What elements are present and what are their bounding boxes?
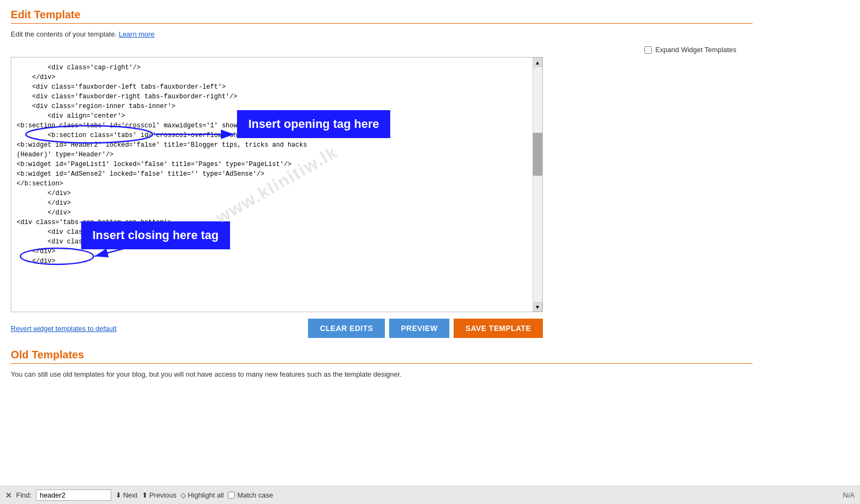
save-template-button[interactable]: SAVE TEMPLATE — [454, 319, 543, 338]
old-templates-text: You can still use old templates for your… — [11, 370, 752, 378]
expand-widget-checkbox[interactable] — [644, 46, 652, 54]
subtitle-text: Edit the contents of your template. — [11, 30, 117, 38]
learn-more-link[interactable]: Learn more — [119, 30, 154, 38]
callout-closing: Insert closing here tag — [81, 221, 230, 249]
template-editor[interactable] — [11, 57, 542, 312]
clear-edits-button[interactable]: CLEAR EDITS — [308, 319, 385, 338]
subtitle: Edit the contents of your template. Lear… — [11, 30, 752, 38]
preview-button[interactable]: PREVIEW — [389, 319, 449, 338]
old-templates-divider — [11, 363, 752, 364]
action-row: Revert widget templates to default CLEAR… — [11, 319, 543, 338]
expand-widget-label: Expand Widget Templates — [655, 46, 736, 54]
callout-opening: Insert opening tag here — [237, 110, 390, 138]
revert-link[interactable]: Revert widget templates to default — [11, 325, 117, 333]
callout-opening-text: Insert opening tag here — [248, 117, 379, 131]
scrollbar-up[interactable]: ▲ — [533, 57, 542, 67]
scrollbar-down[interactable]: ▼ — [533, 302, 542, 312]
scrollbar[interactable]: ▲ ▼ — [533, 57, 542, 312]
callout-closing-text: Insert closing here tag — [92, 228, 219, 242]
old-templates-title: Old Templates — [11, 349, 752, 361]
page-title: Edit Template — [11, 9, 752, 21]
template-editor-wrapper: ▲ ▼ — [11, 57, 543, 312]
scrollbar-thumb[interactable] — [533, 133, 542, 176]
title-divider — [11, 23, 752, 24]
expand-widget-row: Expand Widget Templates — [11, 46, 752, 54]
action-buttons: CLEAR EDITS PREVIEW SAVE TEMPLATE — [308, 319, 543, 338]
